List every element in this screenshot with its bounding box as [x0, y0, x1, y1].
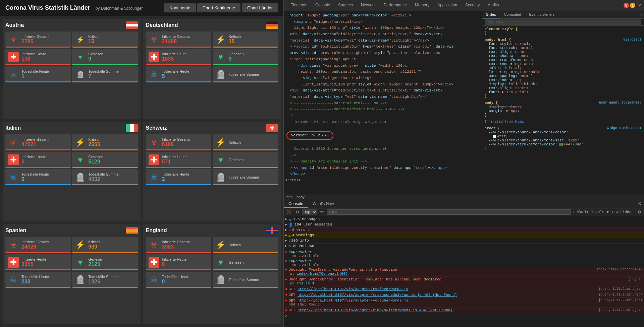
country-header-italien: Italien — [5, 124, 138, 132]
error-line-1: ● Uncaught TypeError: vis.addFont is not… — [284, 267, 644, 277]
stats-italien: ☣ Infizierte Gesamt47021 ⚡ Kritisch2655 … — [5, 134, 138, 185]
console-tab-console[interactable]: Console — [284, 200, 308, 208]
console-settings-btn[interactable]: ⚙ — [636, 209, 643, 215]
stat-infizierte-heute-austria: ✚ Infizierte Heute136 — [5, 49, 71, 65]
stat-genesen-austria: ♥ Genesen9 — [72, 49, 138, 65]
nav-kontinente-btn[interactable]: Kontinente — [164, 3, 196, 12]
error-line-3: ● GET http://localhost:8107/vis/adapter/… — [284, 286, 644, 292]
country-schweiz: Schweiz ✚ ☣ Infizierte Gesamt6186 ⚡ Krit… — [143, 122, 281, 222]
flag-england — [266, 227, 278, 234]
elements-panel: height: 100px; padding:2px; background-c… — [284, 11, 644, 194]
err-circle-2: ● — [285, 277, 287, 281]
breadcrumb: html body — [286, 195, 305, 199]
hidden-count: 113 hidden — [611, 210, 634, 214]
console-prompt: > — [284, 313, 644, 319]
genesen-icon-austria: ♥ — [75, 53, 86, 61]
info-icon: ℹ — [288, 239, 290, 243]
devtools-panel: Elements Console Sources Network Perform… — [283, 0, 644, 327]
styles-tab-computed[interactable]: Computed — [500, 11, 525, 18]
err-circle-4: ● — [285, 293, 287, 297]
console-group-user-messages[interactable]: ▶ 👤 104 user messages — [284, 222, 644, 227]
error-line-4: ● GET http://localhost:8107/vis/adapter/… — [284, 292, 644, 298]
breadcrumb-bar: html body — [284, 194, 644, 200]
app-title: Corona Virus Statistik Länder — [5, 4, 90, 11]
stats-austria: ☣ Infizierte Gesamt2785 ⚡ Kritisch15 ✚ I… — [5, 31, 138, 82]
console-filter-input[interactable] — [327, 209, 571, 215]
style-rule-body: body {user agent stylesheet display: blo… — [485, 101, 641, 117]
biohazard-icon-austria: ☣ — [8, 35, 19, 44]
style-rule-root: :root {widgets.min.css:1 --vue-slider-th… — [485, 126, 641, 150]
tab-application[interactable]: Application — [433, 1, 461, 9]
nav-chart-laender-btn[interactable]: Chart Länder — [242, 3, 278, 12]
country-name-austria: Austria — [5, 22, 24, 28]
console-context-select[interactable]: top — [302, 209, 317, 215]
country-spanien: Spanien ☣ Infizierte Gesamt24926 ⚡ Kriti… — [3, 224, 141, 324]
more-tabs-icon: » — [639, 11, 644, 18]
tab-security[interactable]: Security — [461, 1, 484, 9]
style-rule-element: element.style { } — [485, 27, 641, 35]
flag-italy — [126, 124, 138, 132]
console-group-warnings[interactable]: ▶ ⚠ 4 warnings — [284, 233, 644, 238]
console-group-verbose[interactable]: ▶ ⚙ 10 verbose — [284, 244, 644, 249]
tab-memory[interactable]: Memory — [411, 1, 433, 9]
close-icon[interactable]: ✕ — [638, 3, 641, 8]
skull-icon-austria: ☠ — [8, 70, 19, 78]
error-badge: 6 1 — [624, 3, 635, 8]
styles-filter-input[interactable] — [485, 19, 641, 25]
flag-germany — [266, 21, 278, 29]
stat-infizierte-gesamt-austria: ☣ Infizierte Gesamt2785 — [5, 31, 71, 48]
tab-sources[interactable]: Sources — [334, 1, 357, 9]
error-line-2: ● Uncaught SyntaxError: Identifier 'Temp… — [284, 277, 644, 286]
styles-tab-event-listeners[interactable]: Event Listeners — [525, 11, 558, 18]
style-rule-body-html: body, html {vis.css:2 font-style: normal… — [485, 38, 641, 98]
console-toolbar: 🚫 ⚙ top 👁 Default levels ▼ 113 hidden ⚙ — [284, 208, 644, 216]
console-group-errors[interactable]: ▶ ✕ 6 errors — [284, 227, 644, 233]
styles-panel: Styles Computed Event Listeners » elemen… — [482, 11, 644, 194]
expression-1-value: not available — [285, 254, 643, 258]
styles-tab-styles[interactable]: Styles — [482, 11, 500, 18]
tab-elements[interactable]: Elements — [286, 1, 311, 9]
console-filter-btn[interactable]: ⚙ — [294, 209, 301, 215]
console-tab-whats-new[interactable]: What's New — [308, 200, 339, 208]
html-tree-content: height: 100px; padding:2px; background-c… — [285, 12, 480, 184]
expression-1: ✕ Expression not available — [284, 249, 644, 258]
user-icon: 👤 — [288, 222, 293, 227]
tab-network[interactable]: Network — [357, 1, 380, 9]
err-circle-3: ● — [285, 287, 287, 291]
tab-console[interactable]: Console — [311, 1, 334, 9]
console-eye-btn[interactable]: 👁 — [319, 209, 325, 215]
console-clear-btn[interactable]: 🚫 — [285, 209, 293, 215]
kritisch-icon-austria: ⚡ — [75, 36, 86, 44]
style-rule-inherited: Inherited from html — [485, 120, 641, 124]
stats-spanien: ☣ Infizierte Gesamt24926 ⚡ Kritisch939 ✚… — [5, 237, 138, 288]
console-body: ▶ ☰ 125 messages ▶ 👤 104 user messages ▶… — [284, 216, 644, 327]
country-header-england: England — [146, 227, 278, 234]
stats-deutschland: ☣ Infizierte Gesamt21488 ⚡ Kritisch15 ✚ … — [146, 31, 278, 82]
flag-austria — [126, 21, 138, 29]
country-name-england: England — [146, 227, 167, 234]
expression-2: ✕ Expression not available — [284, 258, 644, 267]
stat-todesfalle-summe-deutschland: 🪦 Todesfälle Summe — [213, 66, 278, 82]
console-group-info[interactable]: ▶ ℹ 105 info — [284, 238, 644, 244]
country-header-spanien: Spanien — [5, 227, 138, 234]
country-header-austria: Austria — [5, 21, 138, 29]
tab-performance[interactable]: Performance — [380, 1, 411, 9]
default-levels-label[interactable]: Default levels ▼ — [572, 210, 610, 214]
country-deutschland: Deutschland ☣ Infizierte Gesamt21488 ⚡ K… — [143, 19, 281, 119]
left-panel: Corona Virus Statistik Länder by Dutchma… — [0, 0, 283, 327]
stat-todesfalle-heute-deutschland: ☠ Todesfälle Heute5 — [146, 66, 211, 82]
flag-spain — [126, 227, 138, 234]
devtools-main-tabs: Elements Console Sources Network Perform… — [286, 1, 503, 9]
console-group-125-messages[interactable]: ▶ ☰ 125 messages — [284, 217, 644, 222]
nav-chart-kontinente-btn[interactable]: Chart Kontinente — [197, 3, 241, 12]
country-header-schweiz: Schweiz ✚ — [146, 124, 278, 132]
styles-filter — [482, 19, 644, 26]
close-console-btn[interactable]: ✕ — [635, 200, 644, 208]
tab-audits[interactable]: Audits — [484, 1, 503, 9]
err-circle-5: ● — [285, 299, 287, 303]
country-header-deutschland: Deutschland — [146, 21, 278, 29]
warning-icon: ⚠ — [288, 233, 291, 238]
html-tree: height: 100px; padding:2px; background-c… — [284, 11, 482, 194]
error-line-6: ● GET http://localhost:8107/vis/adapter/… — [284, 308, 644, 313]
devtools-topbar-icons: 6 1 ✕ — [624, 3, 641, 8]
